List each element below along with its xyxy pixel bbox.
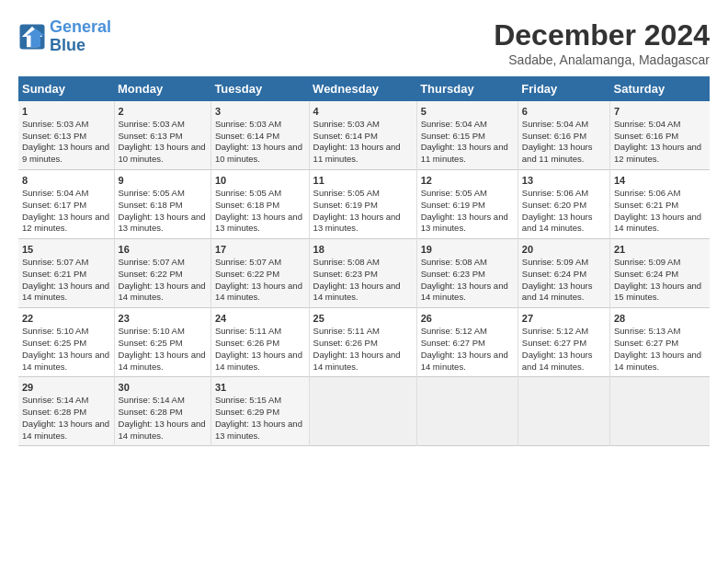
day-number: 19 bbox=[421, 243, 514, 257]
col-tuesday: Tuesday bbox=[210, 76, 309, 101]
sunrise-info: Sunrise: 5:11 AM bbox=[215, 326, 281, 336]
daylight-info: Daylight: 13 hours and 9 minutes. bbox=[22, 142, 109, 164]
sunset-info: Sunset: 6:15 PM bbox=[421, 131, 485, 141]
day-number: 9 bbox=[119, 174, 207, 188]
col-saturday: Saturday bbox=[610, 76, 711, 101]
logo: General Blue bbox=[18, 18, 111, 55]
sunrise-info: Sunrise: 5:06 AM bbox=[522, 188, 588, 198]
sunset-info: Sunset: 6:29 PM bbox=[215, 407, 279, 417]
daylight-info: Daylight: 13 hours and 14 minutes. bbox=[119, 419, 206, 441]
day-number: 18 bbox=[313, 243, 413, 257]
sunset-info: Sunset: 6:20 PM bbox=[522, 200, 586, 210]
table-cell bbox=[309, 377, 416, 446]
daylight-info: Daylight: 13 hours and 13 minutes. bbox=[215, 419, 302, 441]
daylight-info: Daylight: 13 hours and 14 minutes. bbox=[421, 281, 508, 303]
col-wednesday: Wednesday bbox=[309, 76, 416, 101]
day-number: 4 bbox=[313, 105, 413, 119]
table-cell: 16Sunrise: 5:07 AMSunset: 6:22 PMDayligh… bbox=[114, 239, 210, 308]
daylight-info: Daylight: 13 hours and 13 minutes. bbox=[313, 212, 401, 234]
daylight-info: Daylight: 13 hours and 10 minutes. bbox=[215, 142, 302, 164]
table-cell: 24Sunrise: 5:11 AMSunset: 6:26 PMDayligh… bbox=[210, 308, 309, 377]
table-cell: 9Sunrise: 5:05 AMSunset: 6:18 PMDaylight… bbox=[114, 170, 210, 239]
table-cell: 20Sunrise: 5:09 AMSunset: 6:24 PMDayligh… bbox=[518, 239, 609, 308]
week-row-3: 15Sunrise: 5:07 AMSunset: 6:21 PMDayligh… bbox=[18, 239, 710, 308]
sunrise-info: Sunrise: 5:08 AM bbox=[421, 257, 487, 267]
table-cell: 14Sunrise: 5:06 AMSunset: 6:21 PMDayligh… bbox=[610, 170, 711, 239]
sunrise-info: Sunrise: 5:04 AM bbox=[421, 119, 487, 129]
day-number: 12 bbox=[421, 174, 514, 188]
table-cell: 25Sunrise: 5:11 AMSunset: 6:26 PMDayligh… bbox=[309, 308, 416, 377]
daylight-info: Daylight: 13 hours and 11 minutes. bbox=[421, 142, 508, 164]
table-cell: 12Sunrise: 5:05 AMSunset: 6:19 PMDayligh… bbox=[416, 170, 518, 239]
sunset-info: Sunset: 6:26 PM bbox=[313, 338, 378, 348]
sunset-info: Sunset: 6:27 PM bbox=[421, 338, 485, 348]
day-number: 2 bbox=[119, 105, 207, 119]
sunrise-info: Sunrise: 5:03 AM bbox=[215, 119, 281, 129]
sunset-info: Sunset: 6:17 PM bbox=[22, 200, 86, 210]
daylight-info: Daylight: 13 hours and 14 minutes. bbox=[522, 350, 593, 372]
sunrise-info: Sunrise: 5:07 AM bbox=[215, 257, 281, 267]
day-number: 17 bbox=[215, 243, 305, 257]
daylight-info: Daylight: 13 hours and 14 minutes. bbox=[522, 212, 593, 234]
sunrise-info: Sunrise: 5:05 AM bbox=[421, 188, 487, 198]
sunrise-info: Sunrise: 5:08 AM bbox=[313, 257, 380, 267]
day-number: 29 bbox=[22, 381, 110, 395]
daylight-info: Daylight: 13 hours and 14 minutes. bbox=[313, 350, 401, 372]
sunset-info: Sunset: 6:13 PM bbox=[22, 131, 86, 141]
daylight-info: Daylight: 13 hours and 14 minutes. bbox=[421, 350, 508, 372]
sunset-info: Sunset: 6:24 PM bbox=[614, 269, 678, 279]
sunrise-info: Sunrise: 5:03 AM bbox=[119, 119, 185, 129]
sunrise-info: Sunrise: 5:14 AM bbox=[22, 395, 88, 405]
day-number: 25 bbox=[313, 312, 413, 326]
day-number: 26 bbox=[421, 312, 514, 326]
day-number: 31 bbox=[215, 381, 305, 395]
table-cell: 3Sunrise: 5:03 AMSunset: 6:14 PMDaylight… bbox=[210, 101, 309, 170]
day-number: 30 bbox=[119, 381, 207, 395]
table-cell bbox=[518, 377, 609, 446]
calendar-table: Sunday Monday Tuesday Wednesday Thursday… bbox=[18, 76, 710, 446]
table-cell: 10Sunrise: 5:05 AMSunset: 6:18 PMDayligh… bbox=[210, 170, 309, 239]
day-number: 7 bbox=[614, 105, 706, 119]
sunset-info: Sunset: 6:23 PM bbox=[313, 269, 378, 279]
daylight-info: Daylight: 13 hours and 14 minutes. bbox=[119, 281, 206, 303]
week-row-2: 8Sunrise: 5:04 AMSunset: 6:17 PMDaylight… bbox=[18, 170, 710, 239]
sunrise-info: Sunrise: 5:11 AM bbox=[313, 326, 380, 336]
daylight-info: Daylight: 13 hours and 14 minutes. bbox=[522, 281, 593, 303]
page: General Blue December 2024 Sadabe, Anala… bbox=[0, 0, 728, 455]
day-number: 23 bbox=[119, 312, 207, 326]
daylight-info: Daylight: 13 hours and 14 minutes. bbox=[614, 212, 701, 234]
sunrise-info: Sunrise: 5:06 AM bbox=[614, 188, 680, 198]
sunset-info: Sunset: 6:25 PM bbox=[119, 338, 183, 348]
sunrise-info: Sunrise: 5:07 AM bbox=[119, 257, 185, 267]
table-cell: 11Sunrise: 5:05 AMSunset: 6:19 PMDayligh… bbox=[309, 170, 416, 239]
sunrise-info: Sunrise: 5:05 AM bbox=[119, 188, 185, 198]
day-number: 8 bbox=[22, 174, 110, 188]
day-number: 1 bbox=[22, 105, 110, 119]
sunrise-info: Sunrise: 5:09 AM bbox=[522, 257, 588, 267]
logo-text: General Blue bbox=[50, 18, 111, 55]
day-number: 16 bbox=[119, 243, 207, 257]
daylight-info: Daylight: 13 hours and 11 minutes. bbox=[522, 142, 593, 164]
sunset-info: Sunset: 6:18 PM bbox=[215, 200, 279, 210]
sunrise-info: Sunrise: 5:10 AM bbox=[119, 326, 185, 336]
daylight-info: Daylight: 13 hours and 11 minutes. bbox=[313, 142, 401, 164]
day-number: 28 bbox=[614, 312, 706, 326]
daylight-info: Daylight: 13 hours and 12 minutes. bbox=[22, 212, 109, 234]
day-number: 27 bbox=[522, 312, 606, 326]
day-number: 3 bbox=[215, 105, 305, 119]
sunrise-info: Sunrise: 5:04 AM bbox=[22, 188, 88, 198]
day-number: 20 bbox=[522, 243, 606, 257]
daylight-info: Daylight: 13 hours and 13 minutes. bbox=[119, 212, 206, 234]
table-cell: 13Sunrise: 5:06 AMSunset: 6:20 PMDayligh… bbox=[518, 170, 609, 239]
table-cell: 19Sunrise: 5:08 AMSunset: 6:23 PMDayligh… bbox=[416, 239, 518, 308]
title-area: December 2024 Sadabe, Analamanga, Madaga… bbox=[494, 18, 710, 67]
table-cell: 18Sunrise: 5:08 AMSunset: 6:23 PMDayligh… bbox=[309, 239, 416, 308]
table-cell: 1Sunrise: 5:03 AMSunset: 6:13 PMDaylight… bbox=[18, 101, 114, 170]
table-cell bbox=[416, 377, 518, 446]
table-cell: 2Sunrise: 5:03 AMSunset: 6:13 PMDaylight… bbox=[114, 101, 210, 170]
table-cell: 6Sunrise: 5:04 AMSunset: 6:16 PMDaylight… bbox=[518, 101, 609, 170]
week-row-1: 1Sunrise: 5:03 AMSunset: 6:13 PMDaylight… bbox=[18, 101, 710, 170]
table-cell: 15Sunrise: 5:07 AMSunset: 6:21 PMDayligh… bbox=[18, 239, 114, 308]
table-cell: 17Sunrise: 5:07 AMSunset: 6:22 PMDayligh… bbox=[210, 239, 309, 308]
header-row: Sunday Monday Tuesday Wednesday Thursday… bbox=[18, 76, 710, 101]
